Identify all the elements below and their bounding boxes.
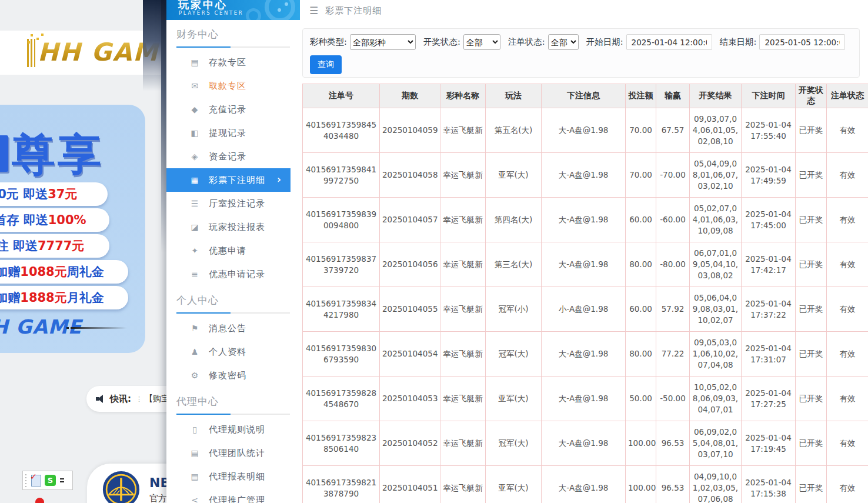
sidebar-item-deposit-zone[interactable]: ▤存款专区 <box>166 51 291 74</box>
cell-win_loss: 96.53 <box>656 466 690 503</box>
cell-order_status: 有效 <box>827 198 868 242</box>
hamburger-menu-icon[interactable]: ☰ <box>309 5 318 16</box>
cell-bet_info: 小-A盘@1.98 <box>542 287 626 332</box>
cell-draw_status: 已开奖 <box>796 332 827 377</box>
sidebar-item-withdraw-record[interactable]: ◧提现记录 <box>166 121 291 145</box>
cell-win_loss: -80.00 <box>656 242 690 287</box>
cell-order_no: 401569173598454034480 <box>303 108 380 153</box>
sidebar-item-player-bet-report[interactable]: ◪玩家投注报表 <box>166 215 291 239</box>
ticker-separator: ⋮ <box>136 395 142 403</box>
cell-order_status: 有效 <box>827 242 868 287</box>
main-content: ☰ 彩票下注明细 彩种类型:全部彩种开奖状态:全部注单状态:全部开始日期:结束日… <box>300 0 868 503</box>
cell-result: 10,05,02,08,06,09,03,04,07,01 <box>690 377 742 421</box>
cell-order_no: 401569173598419972750 <box>303 153 380 198</box>
bet-table-body: 40156917359845403448020250104059幸运飞艇新第五名… <box>303 108 868 503</box>
sidebar-item-promo-apply[interactable]: ✦优惠申请 <box>166 239 291 262</box>
sidebar-item-label: 取款专区 <box>209 81 246 92</box>
sidebar-item-label: 存款专区 <box>209 57 246 68</box>
sidebar-item-recharge-record[interactable]: ◆充值记录 <box>166 98 291 121</box>
notes-check-icon[interactable] <box>31 475 41 487</box>
cell-period: 20250104055 <box>380 287 440 332</box>
red-badge-icon <box>35 498 44 503</box>
sidebar-item-hall-bet-record[interactable]: ☰厅室投注记录 <box>166 192 291 215</box>
cell-amount: 50.00 <box>626 377 656 421</box>
promo-pill[interactable]: 投注 即送7777元 <box>0 234 109 258</box>
sidebar-item-funds-record[interactable]: ◈资金记录 <box>166 145 291 168</box>
end-date-input[interactable] <box>759 34 845 50</box>
cell-draw_status: 已开奖 <box>796 287 827 332</box>
sidebar-item-label: 代理推广管理 <box>209 495 265 503</box>
page-title: 彩票下注明细 <box>325 5 382 16</box>
logo-spark <box>28 41 30 44</box>
cell-amount: 70.00 <box>626 108 656 153</box>
promo-big-text: 尊享 <box>12 126 104 185</box>
cell-order_status: 有效 <box>827 421 868 466</box>
cell-bet_info: 大-A盘@1.98 <box>542 108 626 153</box>
list-record-icon: ≡ <box>189 269 201 279</box>
speaker-icon <box>96 395 105 403</box>
promo-pill[interactable]: 天加赠1088元周礼金 <box>0 260 128 284</box>
sidebar-item-withdraw-zone[interactable]: ✉取款专区 <box>166 74 291 98</box>
sidebar-item-agent-team-stats[interactable]: ▤代理团队统计 <box>166 441 291 465</box>
draw-status-select[interactable]: 全部 <box>463 34 500 50</box>
sidebar-item-label: 提现记录 <box>209 128 246 139</box>
cell-order_no: 401569173598390094800 <box>303 198 380 242</box>
query-button[interactable]: 查询 <box>310 55 342 74</box>
lottery-type-select[interactable]: 全部彩种 <box>350 34 416 50</box>
cell-lottery: 幸运飞艇新 <box>440 377 486 421</box>
sidebar-item-label: 彩票下注明细 <box>209 175 265 186</box>
ime-widget[interactable]: S <box>22 471 73 490</box>
filter-label-end-date: 结束日期: <box>720 36 757 48</box>
column-header: 注单号 <box>303 84 380 108</box>
cell-order_no: 401569173598306793590 <box>303 332 380 377</box>
cell-lottery: 幸运飞艇新 <box>440 421 486 466</box>
promo-pill[interactable]: 60元 即送37元 <box>0 182 108 206</box>
gamepad-button-dot <box>285 2 288 6</box>
sidebar-item-lottery-bet-detail[interactable]: ▦彩票下注明细› <box>166 168 291 192</box>
sidebar-item-profile[interactable]: ♟个人资料 <box>166 340 291 364</box>
chart-icon: ◪ <box>189 222 201 232</box>
bet-table-head: 注单号期数彩种名称玩法下注信息投注额输赢开奖结果下注时间开奖状态注单状态 <box>303 84 868 108</box>
sidebar-item-message-notice[interactable]: ⚑消息公告 <box>166 317 291 340</box>
cell-draw_status: 已开奖 <box>796 153 827 198</box>
cell-result: 05,04,09,08,01,06,07,03,02,10 <box>690 153 742 198</box>
sidebar-item-change-password[interactable]: ⚙修改密码 <box>166 364 291 387</box>
drawer-shadow-strip <box>161 0 166 253</box>
cell-bet_info: 大-A盘@1.98 <box>542 153 626 198</box>
column-header: 彩种名称 <box>440 84 486 108</box>
nba-card[interactable]: NBA 官方 <box>87 464 166 503</box>
sidebar-item-promo-apply-record[interactable]: ≡优惠申请记录 <box>166 262 291 286</box>
column-header: 开奖结果 <box>690 84 742 108</box>
cell-order_status: 有效 <box>827 108 868 153</box>
nba-title: NBA <box>149 475 166 490</box>
cell-play: 第四名(大) <box>486 198 542 242</box>
drawer-header: 玩家中心 PLAYERS CENTER <box>166 0 300 20</box>
news-ticker[interactable]: 快讯: ⋮ 【购宝 <box>86 386 166 412</box>
promo-pill[interactable]: 天加赠1888元月礼金 <box>0 286 128 309</box>
column-header: 注单状态 <box>827 84 868 108</box>
order-status-select[interactable]: 全部 <box>548 34 579 50</box>
filter-label-lottery-type: 彩种类型: <box>310 36 347 48</box>
money-bag-icon: ◆ <box>189 105 201 114</box>
sidebar-item-agent-rules[interactable]: ▯代理规则说明 <box>166 418 291 441</box>
filter-row: 彩种类型:全部彩种开奖状态:全部注单状态:全部开始日期:结束日期: <box>310 34 852 50</box>
collapse-icon[interactable] <box>60 478 64 482</box>
sidebar-item-agent-promotion[interactable]: <代理推广管理 <box>166 488 291 503</box>
cell-play: 亚军(大) <box>486 466 542 503</box>
cell-bet_info: 大-A盘@1.98 <box>542 332 626 377</box>
coins-icon: ◈ <box>189 152 201 161</box>
column-header: 玩法 <box>486 84 542 108</box>
cell-lottery: 幸运飞艇新 <box>440 108 486 153</box>
drag-handle-icon[interactable] <box>25 474 29 487</box>
drawer-subtitle: PLAYERS CENTER <box>179 10 243 16</box>
promo-pill[interactable]: 户首存 即送100% <box>0 208 109 232</box>
start-date-input[interactable] <box>626 34 712 50</box>
sidebar-item-agent-report-detail[interactable]: ▤代理报表明细 <box>166 465 291 488</box>
cell-win_loss: -60.00 <box>656 198 690 242</box>
cell-order_status: 有效 <box>827 287 868 332</box>
column-header: 输赢 <box>656 84 690 108</box>
section-underline <box>176 46 290 48</box>
cell-bet_info: 大-A盘@1.98 <box>542 377 626 421</box>
cell-play: 第三名(大) <box>486 242 542 287</box>
sogou-icon[interactable]: S <box>45 475 56 486</box>
